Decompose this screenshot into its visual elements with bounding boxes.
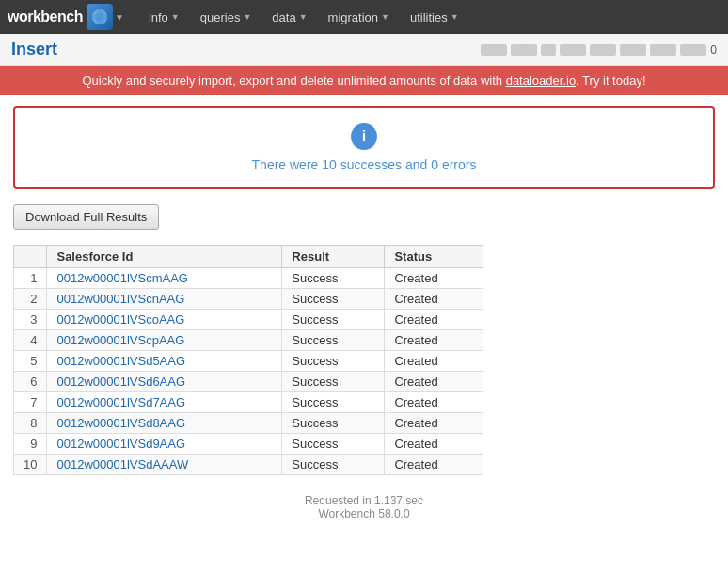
col-header-status: Status (385, 246, 483, 268)
banner-link[interactable]: dataloader.io (506, 73, 576, 88)
row-num: 3 (14, 310, 47, 330)
table-row: 5 0012w00001lVSd5AAG Success Created (14, 351, 483, 372)
row-result: Success (282, 434, 385, 455)
nav-caret-utilities: ▼ (451, 12, 459, 22)
row-result: Success (282, 330, 385, 351)
info-box: i There were 10 successes and 0 errors (13, 106, 715, 189)
main-content: i There were 10 successes and 0 errors D… (0, 95, 728, 541)
row-result: Success (282, 351, 385, 372)
row-result: Success (282, 268, 385, 289)
row-status: Created (385, 310, 483, 330)
row-result: Success (282, 455, 385, 475)
row-salesforce-id: 0012w00001lVScpAAG (47, 330, 282, 351)
dot-block-3 (560, 44, 586, 56)
row-salesforce-id: 0012w00001lVScoAAG (47, 310, 282, 330)
row-num: 8 (14, 413, 47, 434)
top-navigation: workbench ▼ info ▼ queries ▼ data ▼ migr… (0, 0, 728, 34)
info-icon: i (351, 123, 377, 150)
row-num: 4 (14, 330, 47, 351)
row-status: Created (385, 268, 483, 289)
info-message: There were 10 successes and 0 errors (30, 157, 698, 172)
row-salesforce-id: 0012w00001lVSdAAAW (47, 455, 282, 475)
row-salesforce-id: 0012w00001lVSd8AAG (47, 413, 282, 434)
row-salesforce-id: 0012w00001lVSd5AAG (47, 351, 282, 372)
col-header-result: Result (282, 246, 385, 268)
table-row: 1 0012w00001lVScmAAG Success Created (14, 268, 483, 289)
row-num: 9 (14, 434, 47, 455)
dot-block-2 (511, 44, 537, 56)
dot-number: 0 (710, 43, 717, 56)
row-salesforce-id: 0012w00001lVSd9AAG (47, 434, 282, 455)
row-num: 7 (14, 392, 47, 413)
dot-block-7 (680, 44, 706, 56)
nav-items: info ▼ queries ▼ data ▼ migration ▼ util… (139, 7, 468, 28)
dot-block-5 (620, 44, 646, 56)
table-row: 4 0012w00001lVScpAAG Success Created (14, 330, 483, 351)
dot-small-1 (541, 44, 556, 56)
nav-item-info[interactable]: info ▼ (139, 7, 189, 28)
logo-text: workbench (8, 8, 83, 25)
page-nav-dots: 0 (481, 43, 717, 56)
download-full-results-button[interactable]: Download Full Results (13, 204, 159, 230)
row-status: Created (385, 434, 483, 455)
promotion-banner: Quickly and securely import, export and … (0, 66, 728, 95)
nav-caret-info: ▼ (171, 12, 180, 22)
row-status: Created (385, 351, 483, 372)
page-title: Insert (11, 40, 57, 59)
logo-area[interactable]: workbench ▼ (8, 4, 124, 30)
row-status: Created (385, 372, 483, 392)
table-row: 6 0012w00001lVSd6AAG Success Created (14, 372, 483, 392)
row-result: Success (282, 310, 385, 330)
nav-item-data[interactable]: data ▼ (262, 7, 316, 28)
row-status: Created (385, 413, 483, 434)
col-header-num (14, 246, 47, 268)
row-num: 1 (14, 268, 47, 289)
table-row: 3 0012w00001lVScoAAG Success Created (14, 310, 483, 330)
nav-item-queries[interactable]: queries ▼ (191, 7, 261, 28)
row-salesforce-id: 0012w00001lVSd7AAG (47, 392, 282, 413)
banner-text-before: Quickly and securely import, export and … (82, 73, 505, 88)
row-salesforce-id: 0012w00001lVScmAAG (47, 268, 282, 289)
logo-caret[interactable]: ▼ (115, 12, 124, 23)
footer-line2: Workbench 58.0.0 (13, 507, 715, 520)
row-status: Created (385, 289, 483, 310)
row-num: 6 (14, 372, 47, 392)
row-num: 10 (14, 455, 47, 475)
row-status: Created (385, 330, 483, 351)
row-result: Success (282, 392, 385, 413)
row-result: Success (282, 413, 385, 434)
row-status: Created (385, 392, 483, 413)
dot-block-4 (590, 44, 616, 56)
row-salesforce-id: 0012w00001lVScnAAG (47, 289, 282, 310)
table-row: 7 0012w00001lVSd7AAG Success Created (14, 392, 483, 413)
results-table: Salesforce Id Result Status 1 0012w00001… (13, 245, 483, 475)
table-row: 8 0012w00001lVSd8AAG Success Created (14, 413, 483, 434)
nav-caret-queries: ▼ (243, 12, 251, 22)
row-salesforce-id: 0012w00001lVSd6AAG (47, 372, 282, 392)
nav-item-migration[interactable]: migration ▼ (319, 7, 399, 28)
table-row: 10 0012w00001lVSdAAAW Success Created (14, 455, 483, 475)
row-num: 2 (14, 289, 47, 310)
row-result: Success (282, 372, 385, 392)
footer-line1: Requested in 1.137 sec (13, 494, 715, 507)
dot-block-1 (481, 44, 507, 56)
table-row: 2 0012w00001lVScnAAG Success Created (14, 289, 483, 310)
banner-text-after: . Try it today! (576, 73, 645, 88)
row-status: Created (385, 455, 483, 475)
nav-caret-data: ▼ (299, 12, 308, 22)
svg-point-2 (92, 13, 107, 21)
nav-caret-migration: ▼ (381, 12, 389, 22)
row-num: 5 (14, 351, 47, 372)
logo-icon (87, 4, 113, 30)
row-result: Success (282, 289, 385, 310)
dot-block-6 (650, 44, 676, 56)
table-row: 9 0012w00001lVSd9AAG Success Created (14, 434, 483, 455)
footer: Requested in 1.137 sec Workbench 58.0.0 (13, 475, 715, 530)
col-header-salesforce-id: Salesforce Id (47, 246, 282, 268)
nav-item-utilities[interactable]: utilities ▼ (401, 7, 468, 28)
page-header: Insert 0 (0, 34, 728, 66)
